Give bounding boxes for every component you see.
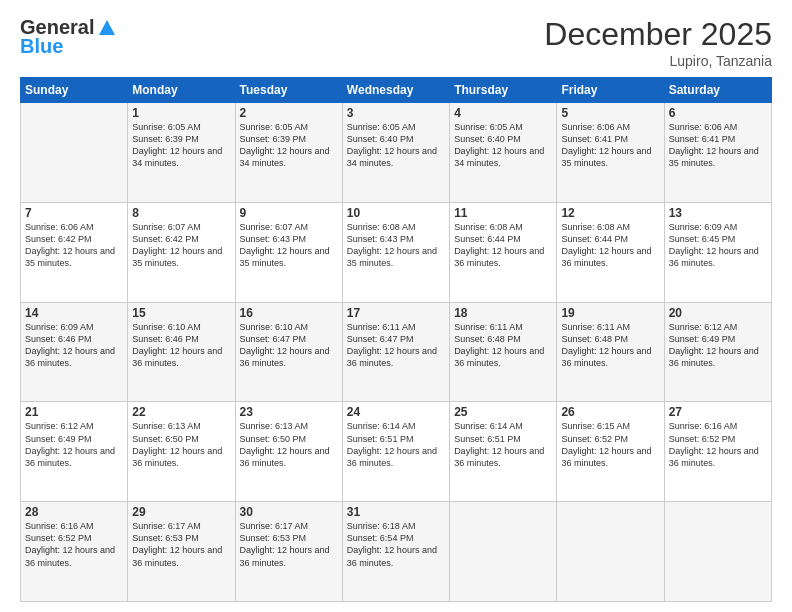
day-number: 7 [25, 206, 123, 220]
table-row: 31 Sunrise: 6:18 AMSunset: 6:54 PMDaylig… [342, 502, 449, 602]
day-number: 4 [454, 106, 552, 120]
day-number: 1 [132, 106, 230, 120]
table-row: 27 Sunrise: 6:16 AMSunset: 6:52 PMDaylig… [664, 402, 771, 502]
day-number: 19 [561, 306, 659, 320]
day-number: 14 [25, 306, 123, 320]
day-info: Sunrise: 6:11 AMSunset: 6:47 PMDaylight:… [347, 321, 445, 370]
day-number: 12 [561, 206, 659, 220]
day-info: Sunrise: 6:08 AMSunset: 6:44 PMDaylight:… [454, 221, 552, 270]
table-row: 5 Sunrise: 6:06 AMSunset: 6:41 PMDayligh… [557, 103, 664, 203]
day-info: Sunrise: 6:06 AMSunset: 6:41 PMDaylight:… [669, 121, 767, 170]
day-info: Sunrise: 6:11 AMSunset: 6:48 PMDaylight:… [454, 321, 552, 370]
day-number: 21 [25, 405, 123, 419]
table-row: 1 Sunrise: 6:05 AMSunset: 6:39 PMDayligh… [128, 103, 235, 203]
day-info: Sunrise: 6:15 AMSunset: 6:52 PMDaylight:… [561, 420, 659, 469]
col-tuesday: Tuesday [235, 78, 342, 103]
day-number: 18 [454, 306, 552, 320]
day-number: 13 [669, 206, 767, 220]
col-sunday: Sunday [21, 78, 128, 103]
table-row: 25 Sunrise: 6:14 AMSunset: 6:51 PMDaylig… [450, 402, 557, 502]
svg-marker-0 [99, 20, 115, 35]
table-row: 30 Sunrise: 6:17 AMSunset: 6:53 PMDaylig… [235, 502, 342, 602]
calendar-table: Sunday Monday Tuesday Wednesday Thursday… [20, 77, 772, 602]
day-number: 22 [132, 405, 230, 419]
day-number: 23 [240, 405, 338, 419]
header: General Blue December 2025 Lupiro, Tanza… [20, 16, 772, 69]
day-number: 9 [240, 206, 338, 220]
day-number: 24 [347, 405, 445, 419]
table-row: 24 Sunrise: 6:14 AMSunset: 6:51 PMDaylig… [342, 402, 449, 502]
day-number: 6 [669, 106, 767, 120]
day-info: Sunrise: 6:17 AMSunset: 6:53 PMDaylight:… [132, 520, 230, 569]
day-info: Sunrise: 6:16 AMSunset: 6:52 PMDaylight:… [25, 520, 123, 569]
location: Lupiro, Tanzania [544, 53, 772, 69]
table-row: 2 Sunrise: 6:05 AMSunset: 6:39 PMDayligh… [235, 103, 342, 203]
col-saturday: Saturday [664, 78, 771, 103]
table-row: 22 Sunrise: 6:13 AMSunset: 6:50 PMDaylig… [128, 402, 235, 502]
day-info: Sunrise: 6:06 AMSunset: 6:41 PMDaylight:… [561, 121, 659, 170]
table-row: 4 Sunrise: 6:05 AMSunset: 6:40 PMDayligh… [450, 103, 557, 203]
day-number: 11 [454, 206, 552, 220]
table-row: 7 Sunrise: 6:06 AMSunset: 6:42 PMDayligh… [21, 202, 128, 302]
calendar-week-row: 21 Sunrise: 6:12 AMSunset: 6:49 PMDaylig… [21, 402, 772, 502]
day-number: 25 [454, 405, 552, 419]
day-number: 16 [240, 306, 338, 320]
table-row: 6 Sunrise: 6:06 AMSunset: 6:41 PMDayligh… [664, 103, 771, 203]
day-number: 15 [132, 306, 230, 320]
table-row [450, 502, 557, 602]
table-row [557, 502, 664, 602]
table-row: 18 Sunrise: 6:11 AMSunset: 6:48 PMDaylig… [450, 302, 557, 402]
day-number: 20 [669, 306, 767, 320]
col-wednesday: Wednesday [342, 78, 449, 103]
day-number: 27 [669, 405, 767, 419]
day-info: Sunrise: 6:06 AMSunset: 6:42 PMDaylight:… [25, 221, 123, 270]
table-row: 12 Sunrise: 6:08 AMSunset: 6:44 PMDaylig… [557, 202, 664, 302]
day-info: Sunrise: 6:13 AMSunset: 6:50 PMDaylight:… [132, 420, 230, 469]
table-row: 20 Sunrise: 6:12 AMSunset: 6:49 PMDaylig… [664, 302, 771, 402]
col-thursday: Thursday [450, 78, 557, 103]
day-number: 2 [240, 106, 338, 120]
calendar-header-row: Sunday Monday Tuesday Wednesday Thursday… [21, 78, 772, 103]
day-number: 29 [132, 505, 230, 519]
title-block: December 2025 Lupiro, Tanzania [544, 16, 772, 69]
calendar-week-row: 28 Sunrise: 6:16 AMSunset: 6:52 PMDaylig… [21, 502, 772, 602]
table-row: 14 Sunrise: 6:09 AMSunset: 6:46 PMDaylig… [21, 302, 128, 402]
logo-blue: Blue [20, 35, 63, 58]
table-row: 9 Sunrise: 6:07 AMSunset: 6:43 PMDayligh… [235, 202, 342, 302]
day-info: Sunrise: 6:08 AMSunset: 6:43 PMDaylight:… [347, 221, 445, 270]
day-number: 3 [347, 106, 445, 120]
table-row: 11 Sunrise: 6:08 AMSunset: 6:44 PMDaylig… [450, 202, 557, 302]
calendar-week-row: 1 Sunrise: 6:05 AMSunset: 6:39 PMDayligh… [21, 103, 772, 203]
table-row: 19 Sunrise: 6:11 AMSunset: 6:48 PMDaylig… [557, 302, 664, 402]
table-row: 29 Sunrise: 6:17 AMSunset: 6:53 PMDaylig… [128, 502, 235, 602]
table-row: 21 Sunrise: 6:12 AMSunset: 6:49 PMDaylig… [21, 402, 128, 502]
day-info: Sunrise: 6:13 AMSunset: 6:50 PMDaylight:… [240, 420, 338, 469]
day-info: Sunrise: 6:14 AMSunset: 6:51 PMDaylight:… [347, 420, 445, 469]
day-number: 17 [347, 306, 445, 320]
day-info: Sunrise: 6:14 AMSunset: 6:51 PMDaylight:… [454, 420, 552, 469]
table-row: 15 Sunrise: 6:10 AMSunset: 6:46 PMDaylig… [128, 302, 235, 402]
table-row: 17 Sunrise: 6:11 AMSunset: 6:47 PMDaylig… [342, 302, 449, 402]
col-monday: Monday [128, 78, 235, 103]
table-row: 10 Sunrise: 6:08 AMSunset: 6:43 PMDaylig… [342, 202, 449, 302]
day-number: 31 [347, 505, 445, 519]
day-info: Sunrise: 6:16 AMSunset: 6:52 PMDaylight:… [669, 420, 767, 469]
day-info: Sunrise: 6:05 AMSunset: 6:39 PMDaylight:… [132, 121, 230, 170]
day-info: Sunrise: 6:10 AMSunset: 6:47 PMDaylight:… [240, 321, 338, 370]
day-info: Sunrise: 6:08 AMSunset: 6:44 PMDaylight:… [561, 221, 659, 270]
calendar-week-row: 7 Sunrise: 6:06 AMSunset: 6:42 PMDayligh… [21, 202, 772, 302]
page: General Blue December 2025 Lupiro, Tanza… [0, 0, 792, 612]
table-row: 28 Sunrise: 6:16 AMSunset: 6:52 PMDaylig… [21, 502, 128, 602]
day-info: Sunrise: 6:11 AMSunset: 6:48 PMDaylight:… [561, 321, 659, 370]
day-number: 5 [561, 106, 659, 120]
day-number: 10 [347, 206, 445, 220]
day-info: Sunrise: 6:17 AMSunset: 6:53 PMDaylight:… [240, 520, 338, 569]
logo: General Blue [20, 16, 118, 58]
day-number: 8 [132, 206, 230, 220]
table-row: 23 Sunrise: 6:13 AMSunset: 6:50 PMDaylig… [235, 402, 342, 502]
day-number: 28 [25, 505, 123, 519]
day-number: 26 [561, 405, 659, 419]
calendar-week-row: 14 Sunrise: 6:09 AMSunset: 6:46 PMDaylig… [21, 302, 772, 402]
table-row: 26 Sunrise: 6:15 AMSunset: 6:52 PMDaylig… [557, 402, 664, 502]
table-row [664, 502, 771, 602]
